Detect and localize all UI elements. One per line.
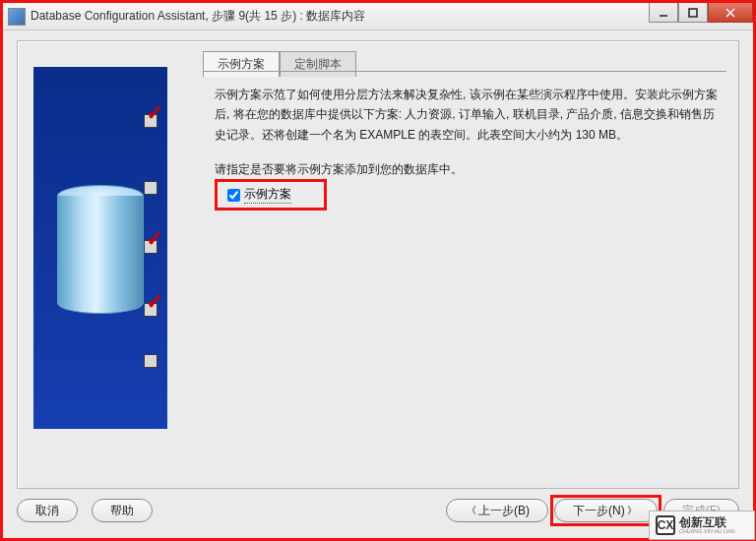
watermark: CX 创新互联 CHUANG XIN HU LIAN bbox=[649, 511, 755, 540]
sample-schemas-checkbox[interactable] bbox=[227, 189, 240, 202]
back-button[interactable]: 《上一步(B) bbox=[446, 499, 548, 522]
wizard-step-indicator bbox=[144, 181, 158, 195]
watermark-logo-icon: CX bbox=[656, 515, 675, 535]
sample-schemas-label: 示例方案 bbox=[244, 186, 291, 204]
tab-custom-scripts[interactable]: 定制脚本 bbox=[280, 51, 356, 77]
checkmark-icon: ✓ bbox=[146, 232, 163, 246]
help-button[interactable]: 帮助 bbox=[92, 499, 153, 522]
next-button[interactable]: 下一步(N)》 bbox=[554, 499, 658, 522]
description-text: 示例方案示范了如何使用分层方法来解决复杂性, 该示例在某些演示程序中使用。安装此… bbox=[215, 85, 719, 145]
sample-schemas-option: 示例方案 bbox=[215, 179, 327, 210]
chevron-right-icon: 》 bbox=[627, 504, 637, 517]
prompt-text: 请指定是否要将示例方案添加到您的数据库中。 bbox=[215, 161, 463, 178]
titlebar: Database Configuration Assistant, 步骤 9(共… bbox=[3, 3, 753, 30]
wizard-step-indicator bbox=[144, 354, 158, 368]
wizard-sidebar-image: ✓ ✓ ✓ bbox=[33, 67, 167, 429]
maximize-button[interactable] bbox=[678, 3, 708, 23]
window-title: Database Configuration Assistant, 步骤 9(共… bbox=[31, 8, 365, 25]
chevron-left-icon: 《 bbox=[467, 504, 476, 517]
checkmark-icon: ✓ bbox=[146, 106, 163, 120]
tab-sample-schemas[interactable]: 示例方案 bbox=[203, 51, 280, 77]
cancel-button[interactable]: 取消 bbox=[17, 499, 78, 522]
close-button[interactable] bbox=[708, 3, 753, 23]
checkmark-icon: ✓ bbox=[146, 295, 163, 309]
app-icon bbox=[9, 9, 25, 25]
minimize-button[interactable] bbox=[649, 3, 678, 23]
svg-rect-1 bbox=[689, 9, 697, 17]
